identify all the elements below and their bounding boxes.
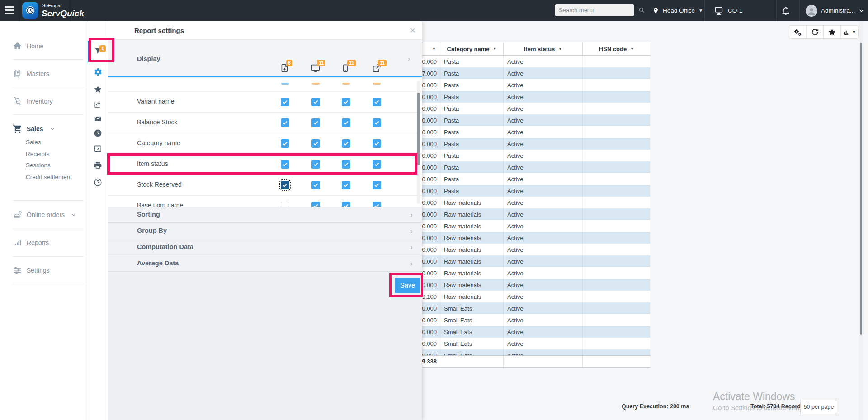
printer-icon[interactable] <box>87 157 108 173</box>
checkbox-checked[interactable] <box>281 181 289 189</box>
chart-type-dropdown[interactable]: ▼ <box>841 26 858 38</box>
page-scrollbar-thumb[interactable] <box>860 43 862 335</box>
divider <box>71 0 71 21</box>
section-sorting[interactable]: Sorting› <box>108 207 422 223</box>
cell-category: Pasta <box>440 67 504 79</box>
checkbox-checked[interactable] <box>342 118 350 127</box>
terminal-label: CO-1 <box>728 7 742 14</box>
sidebar-item-inventory[interactable]: Inventory <box>0 88 87 115</box>
sidebar: HomeMastersInventorySalesSalesReceiptsSe… <box>0 21 87 420</box>
table-row: 0.000Raw materialsActive <box>422 208 650 220</box>
cell-status: Active <box>504 208 583 220</box>
display-option-label: Stock Reserved <box>137 181 182 188</box>
checkbox-checked[interactable] <box>342 181 350 189</box>
gear-icon[interactable] <box>87 64 108 80</box>
checkbox-checked[interactable] <box>281 139 289 148</box>
section-computation-data[interactable]: Computation Data› <box>108 239 422 255</box>
checkbox-checked[interactable] <box>373 202 381 207</box>
app-logo[interactable]: GoFrugal ServQuick <box>22 2 84 19</box>
checkbox-checked[interactable] <box>281 98 289 106</box>
checkbox-unchecked[interactable] <box>281 202 289 207</box>
cell-hsn <box>583 255 650 267</box>
clock-icon[interactable] <box>87 125 108 141</box>
checkbox-checked[interactable] <box>311 98 320 106</box>
checkbox-checked[interactable] <box>342 98 350 106</box>
active-rail-indicator <box>88 41 90 62</box>
section-average-data[interactable]: Average Data› <box>108 255 422 272</box>
column-header-hsn-code[interactable]: HSN code▼ <box>583 42 650 55</box>
user-menu[interactable]: Administra... <box>806 0 864 21</box>
search-icon[interactable] <box>638 7 645 14</box>
terminal-selector[interactable]: CO-1 <box>713 0 742 21</box>
star-icon[interactable] <box>87 81 108 97</box>
close-icon[interactable]: × <box>410 25 415 36</box>
report-toolbar: ▼ <box>789 25 859 39</box>
column-header-item-status[interactable]: Item status▼ <box>504 42 583 55</box>
table-row: 0.000PastaActive <box>422 150 650 161</box>
help-icon[interactable] <box>87 175 108 190</box>
cell-status: Active <box>504 314 583 326</box>
cell-value: 57.000 <box>422 67 440 79</box>
cell-category: Raw materials <box>440 267 504 279</box>
checkbox-checked[interactable] <box>373 160 381 169</box>
cell-category: Small Eats <box>440 326 504 338</box>
column-header-category-name[interactable]: Category name▼ <box>440 42 504 55</box>
location-selector[interactable]: Head Office ▼ <box>652 0 703 21</box>
cell-status: Active <box>504 279 583 291</box>
gears-icon[interactable] <box>789 26 807 38</box>
display-option-row: Base uom name <box>108 195 422 207</box>
refresh-icon[interactable] <box>807 26 824 38</box>
checkbox-checked[interactable] <box>373 98 381 106</box>
checkbox-checked[interactable] <box>311 139 320 148</box>
page-size-dropdown[interactable]: 50 per page <box>800 400 837 414</box>
checkbox-checked[interactable] <box>373 181 381 189</box>
search-input[interactable] <box>559 7 638 14</box>
cell-hsn <box>583 208 650 220</box>
report-settings-modal: 1 Report settings × Display 8111111 › Va… <box>87 21 422 420</box>
table-row: 0.000Raw materialsActive <box>422 244 650 255</box>
sidebar-item-online-orders[interactable]: Online orders <box>0 201 87 228</box>
chevron-down-icon: ▼ <box>852 30 856 34</box>
sidebar-subitem-sessions[interactable]: Sessions <box>26 160 51 171</box>
search-menu-box <box>555 4 634 16</box>
cell-category: Raw materials <box>440 220 504 232</box>
sidebar-subitem-receipts[interactable]: Receipts <box>26 148 50 160</box>
divider <box>799 0 800 21</box>
share-icon[interactable] <box>87 97 108 112</box>
checkbox-checked[interactable] <box>311 181 320 189</box>
checkbox-checked[interactable] <box>311 160 320 169</box>
checkbox-checked[interactable] <box>342 160 350 169</box>
cell-category: Raw materials <box>440 208 504 220</box>
sidebar-subitem-sales[interactable]: Sales <box>26 137 41 148</box>
checkbox-checked[interactable] <box>342 139 350 148</box>
modal-scrollbar-thumb[interactable] <box>417 93 420 165</box>
chevron-right-icon: › <box>410 260 413 267</box>
checkbox-checked[interactable] <box>373 139 381 148</box>
checkbox-checked[interactable] <box>311 202 320 207</box>
cell-value: 09.100 <box>422 291 440 302</box>
sidebar-item-masters[interactable]: Masters <box>0 60 87 87</box>
display-section-header[interactable]: Display 8111111 › <box>108 40 422 77</box>
sidebar-divider <box>13 87 84 87</box>
sidebar-item-sales[interactable]: Sales <box>0 115 87 142</box>
sidebar-item-reports[interactable]: Reports <box>0 229 87 256</box>
calendar-export-icon[interactable] <box>87 141 108 156</box>
checkbox-checked[interactable] <box>281 160 289 169</box>
sidebar-item-settings[interactable]: Settings <box>0 257 87 284</box>
hamburger-menu-icon[interactable] <box>5 6 15 15</box>
checkbox-checked[interactable] <box>281 118 289 127</box>
table-row: 57.000PastaActive <box>422 67 650 79</box>
star-icon[interactable] <box>824 26 841 38</box>
cell-hsn <box>583 79 650 91</box>
section-group-by[interactable]: Group By› <box>108 223 422 239</box>
column-header-hidden[interactable]: ▼ <box>422 42 440 55</box>
sidebar-item-home[interactable]: Home <box>0 33 87 60</box>
notifications-button[interactable] <box>781 0 790 21</box>
envelope-icon[interactable] <box>87 111 108 127</box>
checkbox-checked[interactable] <box>342 202 350 207</box>
checkbox-checked[interactable] <box>373 118 381 127</box>
sidebar-subitem-credit-settlement[interactable]: Credit settlement <box>26 171 72 183</box>
save-button[interactable]: Save <box>395 278 420 293</box>
checkbox-checked[interactable] <box>311 118 320 127</box>
table-row: 0.000Raw materialsActive <box>422 220 650 232</box>
